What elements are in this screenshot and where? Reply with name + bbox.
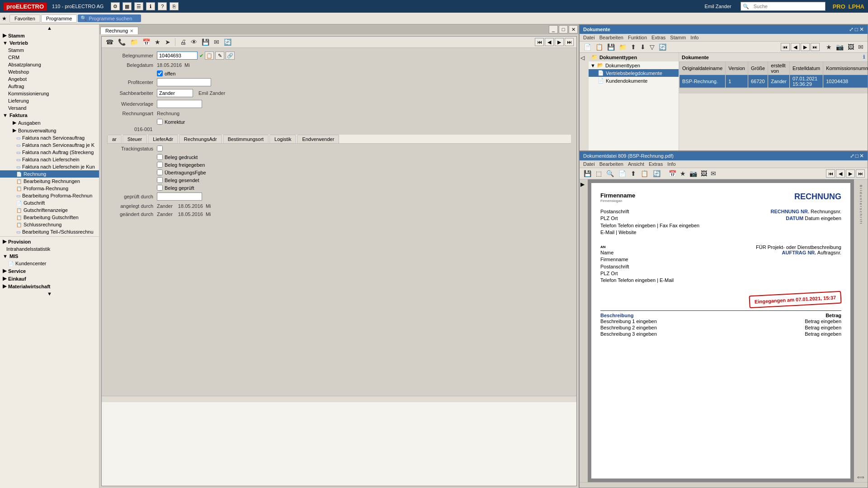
tab-close-btn[interactable]: ✕ xyxy=(130,28,133,33)
sidebar-item-proforma[interactable]: 📋 Proforma-Rechnung xyxy=(0,185,99,192)
uebertragungsfgbe-checkbox[interactable] xyxy=(157,169,163,175)
sidebar-item-bonusverwaltung[interactable]: ▶ Bonusverwaltung xyxy=(0,127,99,134)
sidebar-item-ausgaben[interactable]: ▶ Ausgaben xyxy=(0,119,99,127)
sidebar-item-bearbeitung-gutschriften[interactable]: 📋 Bearbeitung Gutschriften xyxy=(0,214,99,221)
pdf-email-btn2[interactable]: ✉ xyxy=(709,169,717,178)
dok-toolbar-btn1[interactable]: 📄 xyxy=(582,43,593,51)
korrektur-checkbox[interactable] xyxy=(157,119,163,125)
dok-nav-last[interactable]: ⏭ xyxy=(811,43,820,51)
tab-endverwender[interactable]: Endverwender xyxy=(297,135,339,143)
pdf-btn6[interactable]: 📋 xyxy=(639,169,650,178)
menu-info[interactable]: Info xyxy=(690,35,698,40)
search-input[interactable] xyxy=(751,3,823,10)
nav-search-box[interactable]: 🔍 xyxy=(78,14,141,22)
beleg-gesendet-checkbox[interactable] xyxy=(157,177,163,183)
sachbearbeiter-input[interactable] xyxy=(157,89,193,97)
dok-email-btn[interactable]: ✉ xyxy=(857,43,865,51)
h-scrollbar-doc[interactable] xyxy=(102,396,576,402)
pdf-btn3[interactable]: 🔍 xyxy=(605,169,615,178)
sidebar-item-lieferung[interactable]: Lieferung xyxy=(0,97,99,104)
sidebar-item-rechnung[interactable]: 📄 Rechnung xyxy=(0,170,99,178)
dok-refresh-btn[interactable]: 🔄 xyxy=(657,43,668,51)
tree-vertriebsbelegdokumente[interactable]: 📄 Vertriebsbelegdokumente xyxy=(589,69,679,77)
beleg-freigegeben-checkbox[interactable] xyxy=(157,162,163,168)
maximize-doc-btn[interactable]: □ xyxy=(559,25,568,33)
toolbar-email-btn[interactable]: ✉ xyxy=(212,38,221,46)
toolbar-calendar-btn[interactable]: 📅 xyxy=(141,38,151,46)
toolbar-refresh-btn[interactable]: 🔄 xyxy=(222,38,233,46)
toolbar-arrow-btn[interactable]: ➤ xyxy=(164,38,172,46)
nav-first-btn[interactable]: ⏮ xyxy=(535,38,544,46)
sidebar-item-service[interactable]: ▶ Service xyxy=(0,267,99,275)
offen-checkbox[interactable] xyxy=(157,70,163,76)
sidebar-item-provision[interactable]: ▶ Provision xyxy=(0,238,99,245)
dok-star-btn[interactable]: ★ xyxy=(825,43,833,51)
nav-last-btn[interactable]: ⏭ xyxy=(565,38,574,46)
panel-expand-btn[interactable]: ⤢ xyxy=(849,26,854,33)
sidebar-item-bearbeitung-schluss[interactable]: ▭ Bearbeitung Teil-/Schlussrechnu xyxy=(0,228,99,235)
sidebar-item-stamm-top[interactable]: ▶ Stamm xyxy=(0,32,99,39)
beleg-geprueft-checkbox[interactable] xyxy=(157,185,163,191)
sidebar-item-faktura-lieferschein[interactable]: ▭ Faktura nach Lieferschein xyxy=(0,156,99,163)
sidebar-item-auftrag[interactable]: Auftrag xyxy=(0,83,99,90)
sidebar-item-bearbeitung-rechnungen[interactable]: 📋 Bearbeitung Rechnungen xyxy=(0,178,99,185)
trackingstatus-checkbox[interactable] xyxy=(157,145,163,151)
dok-toolbar-btn6[interactable]: ⬇ xyxy=(639,43,647,51)
sidebar-item-webshop[interactable]: Webshop xyxy=(0,68,99,75)
sidebar-item-angebot[interactable]: Angebot xyxy=(0,75,99,83)
panel-maximize-btn[interactable]: □ xyxy=(855,26,858,33)
close-doc-btn[interactable]: ✕ xyxy=(569,25,578,33)
pdf-nav-next[interactable]: ▶ xyxy=(846,169,855,178)
sidebar-item-kommissionierung[interactable]: Kommissionierung xyxy=(0,90,99,97)
belegnummer-input[interactable] xyxy=(157,52,198,60)
programme-btn[interactable]: Programme xyxy=(41,14,77,23)
toolbar-phone-btn[interactable]: ☎ xyxy=(104,38,115,46)
pdf-menu-bearbeiten[interactable]: Bearbeiten xyxy=(599,161,623,167)
pdf-menu-ansicht[interactable]: Ansicht xyxy=(628,161,644,167)
geprueft-durch-input[interactable] xyxy=(157,192,202,201)
toolbar-folder-btn[interactable]: 📁 xyxy=(129,38,139,46)
sidebar-item-faktura-serviceauftrag-k[interactable]: ▭ Faktura nach Serviceauftrag je K xyxy=(0,141,99,149)
minimize-doc-btn[interactable]: _ xyxy=(549,25,558,33)
sidebar-item-stamm[interactable]: Stamm xyxy=(0,47,99,54)
toolbar-call-btn[interactable]: 📞 xyxy=(117,38,127,46)
belegnummer-copy-btn[interactable]: 📋 xyxy=(205,52,214,60)
sidebar-item-gutschriftenanzeige[interactable]: 📋 Gutschriftenanzeige xyxy=(0,206,99,214)
pdf-img-btn[interactable]: 🖼 xyxy=(699,169,708,178)
toolbar-save-btn[interactable]: 💾 xyxy=(200,38,211,46)
pdf-nav-first[interactable]: ⏮ xyxy=(826,169,835,178)
pdf-btn2[interactable]: ⬚ xyxy=(594,169,603,178)
toolbar-star-btn[interactable]: ★ xyxy=(153,38,162,46)
dok-nav-first[interactable]: ⏮ xyxy=(781,43,790,51)
menu-stamm[interactable]: Stamm xyxy=(670,35,686,40)
pdf-refresh-btn[interactable]: 🔄 xyxy=(651,169,662,178)
dok-toolbar-btn4[interactable]: 📁 xyxy=(618,43,628,51)
sidebar-item-gutschrift[interactable]: 📄 Gutschrift xyxy=(0,199,99,206)
tab-lieferadr[interactable]: LieferAdr xyxy=(148,135,178,143)
tab-steuer[interactable]: Steuer xyxy=(123,135,147,143)
toolbar-list-btn[interactable]: ☰ xyxy=(134,2,143,10)
menu-bearbeiten[interactable]: Bearbeiten xyxy=(599,35,623,40)
belegnummer-edit-btn[interactable]: ✎ xyxy=(215,52,224,60)
belegnummer-link-btn[interactable]: 🔗 xyxy=(226,52,235,60)
beleg-gedruckt-checkbox[interactable] xyxy=(157,154,163,160)
tree-dokumenttypen[interactable]: ▼ 📂 Dokumenttypen xyxy=(589,61,679,69)
pdf-cal-btn[interactable]: 📅 xyxy=(667,169,678,178)
toolbar-print-btn[interactable]: 🖨 xyxy=(179,38,188,46)
tree-collapse-btn[interactable]: ◁ xyxy=(580,55,585,61)
pdf-cam-btn[interactable]: 📷 xyxy=(688,169,698,178)
dok-nav-prev[interactable]: ◀ xyxy=(791,43,800,51)
pdf-menu-extras[interactable]: Extras xyxy=(649,161,663,167)
sidebar-item-materialwirtschaft[interactable]: ▶ Materialwirtschaft xyxy=(0,282,99,290)
tree-kundendokumente[interactable]: 📄 Kundendokumente xyxy=(589,77,679,84)
pdf-nav-prev[interactable]: ◀ xyxy=(836,169,845,178)
sidebar-item-versand[interactable]: Versand xyxy=(0,104,99,112)
toolbar-export-btn[interactable]: ⎘ xyxy=(170,2,179,10)
dok-camera-btn[interactable]: 📷 xyxy=(835,43,845,51)
nav-next-btn[interactable]: ▶ xyxy=(555,38,564,46)
toolbar-preview-btn[interactable]: 👁 xyxy=(189,38,198,46)
sidebar-item-kundencenter[interactable]: 📄 Kundencenter xyxy=(0,260,99,267)
tab-logistik[interactable]: Logistik xyxy=(269,135,296,143)
pdf-menu-datei[interactable]: Datei xyxy=(583,161,595,167)
toolbar-layout-btn[interactable]: ▦ xyxy=(123,2,132,10)
